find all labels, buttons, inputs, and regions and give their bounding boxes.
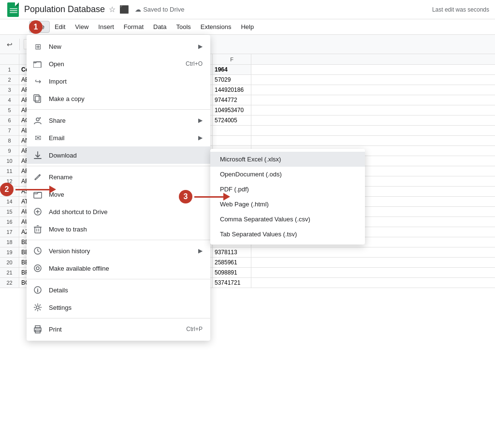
xlsx-label: Microsoft Excel (.xlsx) — [220, 156, 281, 163]
move-icon — [32, 189, 43, 200]
star-icon[interactable]: ☆ — [109, 5, 116, 14]
version-arrow-icon: ▶ — [198, 247, 203, 254]
grid-cell[interactable] — [213, 136, 251, 145]
share-icon — [32, 115, 43, 126]
grid-cell[interactable]: 2585961 — [213, 258, 251, 267]
file-menu-details[interactable]: Details — [27, 281, 210, 299]
svg-rect-11 — [35, 227, 41, 233]
rename-icon — [32, 172, 43, 182]
doc-title: Population Database — [24, 4, 105, 14]
file-menu-shortcut-label: Add shortcut to Drive — [49, 208, 203, 216]
file-menu-rename-label: Rename — [49, 173, 203, 181]
row-number: 15 — [0, 207, 19, 217]
file-menu-open-label: Open — [49, 60, 186, 68]
file-menu-import-label: Import — [49, 78, 203, 85]
file-menu-open[interactable]: Open Ctrl+O — [27, 55, 210, 72]
open-shortcut: Ctrl+O — [186, 60, 203, 67]
menu-item-format[interactable]: Format — [119, 21, 148, 32]
file-menu-import[interactable]: ↪ Import — [27, 72, 210, 90]
folder-icon[interactable]: ⬛ — [119, 5, 129, 14]
file-menu-move[interactable]: Move — [27, 186, 210, 203]
svg-point-3 — [36, 118, 39, 121]
grid-cell[interactable]: 144920186 — [213, 85, 251, 95]
menu-item-edit[interactable]: Edit — [50, 21, 70, 32]
version-history-icon — [32, 246, 43, 256]
download-xlsx[interactable]: Microsoft Excel (.xlsx) — [210, 152, 365, 167]
svg-point-4 — [40, 117, 41, 119]
grid-cell[interactable]: 104953470 — [213, 105, 251, 115]
menu-item-insert[interactable]: Insert — [93, 21, 119, 32]
svg-point-21 — [37, 288, 38, 289]
settings-icon — [32, 302, 43, 313]
menu-item-data[interactable]: Data — [148, 21, 171, 32]
menu-item-tools[interactable]: Tools — [171, 21, 195, 32]
row-number: 8 — [0, 136, 19, 145]
menu-item-view[interactable]: View — [70, 21, 93, 32]
grid-cell[interactable]: 5098891 — [213, 268, 251, 277]
file-menu-add-shortcut[interactable]: Add shortcut to Drive — [27, 203, 210, 220]
share-arrow-icon: ▶ — [198, 117, 203, 124]
grid-cell[interactable]: 9378113 — [213, 247, 251, 257]
file-menu-download[interactable]: Download — [27, 146, 210, 164]
import-icon: ↪ — [32, 76, 43, 87]
file-menu-offline[interactable]: Make available offline — [27, 260, 210, 277]
row-number: 22 — [0, 278, 19, 288]
menu-divider4 — [27, 279, 210, 279]
menu-item-help[interactable]: Help — [236, 21, 259, 32]
grid-cell[interactable]: 1964 — [213, 65, 251, 74]
file-menu-email[interactable]: ✉ Email ▶ — [27, 129, 210, 146]
grid-cell[interactable]: 9744772 — [213, 95, 251, 105]
col-header-f: F — [213, 54, 251, 64]
row-number: 1 — [0, 65, 19, 74]
row-number: 7 — [0, 126, 19, 135]
file-menu-share[interactable]: Share ▶ — [27, 112, 210, 129]
print-icon — [32, 324, 43, 334]
row-number: 10 — [0, 156, 19, 166]
shortcut-icon — [32, 206, 43, 217]
menu-divider3 — [27, 240, 210, 240]
file-menu-details-label: Details — [49, 287, 203, 294]
download-tsv[interactable]: Tab Separated Values (.tsv) — [210, 227, 365, 242]
offline-icon — [32, 263, 43, 274]
download-pdf[interactable]: PDF (.pdf) — [210, 182, 365, 197]
row-number: 6 — [0, 116, 19, 125]
file-menu-make-copy[interactable]: Make a copy — [27, 90, 210, 107]
undo-button[interactable]: ↩ — [4, 39, 15, 50]
file-menu-settings[interactable]: Settings — [27, 299, 210, 316]
download-csv[interactable]: Comma Separated Values (.csv) — [210, 212, 365, 227]
file-menu-move-label: Move — [49, 191, 203, 198]
menu-divider1 — [27, 109, 210, 110]
grid-cell[interactable] — [213, 126, 251, 135]
download-html[interactable]: Web Page (.html) — [210, 197, 365, 212]
download-submenu[interactable]: Microsoft Excel (.xlsx) OpenDocument (.o… — [210, 149, 365, 245]
menu-bar: File Edit View Insert Format Data Tools … — [0, 19, 495, 35]
title-bar: Population Database ☆ ⬛ ☁ Saved to Drive… — [0, 0, 495, 19]
row-number: 3 — [0, 85, 19, 95]
ods-label: OpenDocument (.ods) — [220, 171, 282, 178]
file-menu-dropdown[interactable]: ⊞ New ▶ Open Ctrl+O ↪ Import Make a copy… — [27, 35, 210, 341]
row-number: 5 — [0, 105, 19, 115]
row-number: 14 — [0, 197, 19, 206]
trash-icon — [32, 224, 43, 234]
file-menu-rename[interactable]: Rename — [27, 168, 210, 186]
menu-item-extensions[interactable]: Extensions — [196, 21, 236, 32]
file-menu-share-label: Share — [49, 117, 198, 124]
download-ods[interactable]: OpenDocument (.ods) — [210, 167, 365, 182]
file-menu-trash[interactable]: Move to trash — [27, 220, 210, 238]
download-icon — [32, 150, 43, 160]
tsv-label: Tab Separated Values (.tsv) — [220, 231, 297, 238]
last-edit-text[interactable]: Last edit was seconds — [432, 6, 489, 13]
menu-divider2 — [27, 166, 210, 166]
file-menu-download-label: Download — [49, 152, 203, 159]
menu-item-file[interactable]: File — [29, 21, 50, 33]
row-number: 12 — [0, 176, 19, 186]
new-icon: ⊞ — [32, 41, 43, 52]
grid-cell[interactable]: 57029 — [213, 75, 251, 85]
grid-cell[interactable]: 53741721 — [213, 278, 251, 288]
file-menu-print[interactable]: Print Ctrl+P — [27, 320, 210, 338]
file-menu-new-label: New — [49, 43, 198, 50]
row-number: 20 — [0, 258, 19, 267]
grid-cell[interactable]: 5724005 — [213, 116, 251, 125]
file-menu-new[interactable]: ⊞ New ▶ — [27, 38, 210, 55]
file-menu-version-history[interactable]: Version history ▶ — [27, 242, 210, 260]
